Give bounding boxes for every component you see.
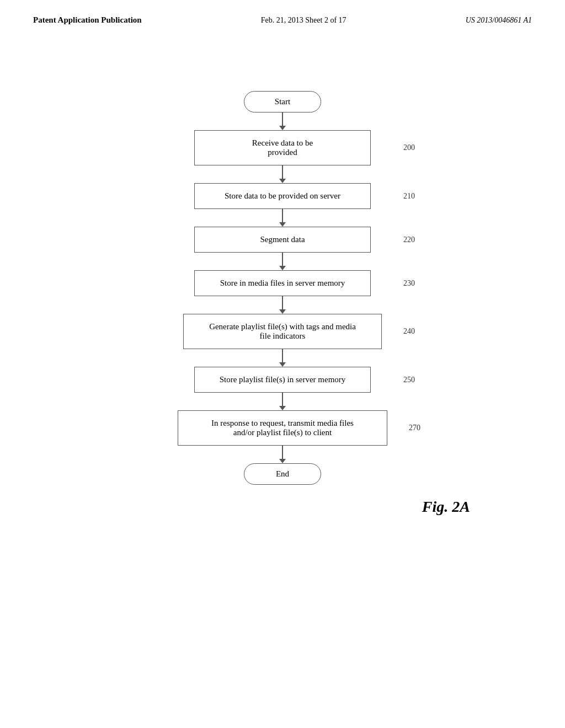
arrow-head-1	[279, 126, 286, 130]
node-230: Store in media files in server memory	[194, 270, 371, 296]
arrow-line-1	[282, 113, 283, 126]
arrow-head-4	[279, 266, 286, 270]
arrow-line-4	[282, 253, 283, 266]
node-250-wrapper: Store playlist file(s) in server memory …	[194, 367, 371, 393]
header-center: Feb. 21, 2013 Sheet 2 of 17	[261, 16, 347, 25]
arrow-line-5	[282, 296, 283, 309]
step-210-label: 210	[403, 192, 415, 201]
arrow-3	[279, 209, 286, 227]
arrow-line-6	[282, 349, 283, 362]
end-node-wrapper: End	[244, 463, 321, 485]
arrow-head-7	[279, 406, 286, 410]
node-200-wrapper: Receive data to beprovided 200	[194, 130, 371, 165]
node-270-wrapper: In response to request, transmit media f…	[178, 410, 387, 446]
node-200: Receive data to beprovided	[194, 130, 371, 165]
step-270-label: 270	[409, 424, 420, 432]
arrow-head-2	[279, 179, 286, 183]
figure-label: Fig. 2A	[422, 498, 470, 516]
end-node: End	[244, 463, 321, 485]
step-250-label: 250	[403, 376, 415, 384]
step-240-label: 240	[403, 327, 415, 336]
arrow-4	[279, 253, 286, 270]
arrow-head-8	[279, 459, 286, 463]
flowchart: Start Receive data to beprovided 200 Sto…	[117, 91, 448, 516]
arrow-1	[279, 113, 286, 130]
node-250: Store playlist file(s) in server memory	[194, 367, 371, 393]
header-left: Patent Application Publication	[33, 15, 142, 25]
arrow-head-6	[279, 362, 286, 367]
arrow-2	[279, 165, 286, 183]
arrow-line-2	[282, 165, 283, 179]
start-node-wrapper: Start	[244, 91, 321, 113]
arrow-line-3	[282, 209, 283, 222]
page-header: Patent Application Publication Feb. 21, …	[0, 0, 565, 25]
node-240-wrapper: Generate playlist file(s) with tags and …	[183, 314, 382, 349]
arrow-6	[279, 349, 286, 367]
node-270: In response to request, transmit media f…	[178, 410, 387, 446]
arrow-line-8	[282, 446, 283, 459]
node-210-wrapper: Store data to be provided on server 210	[194, 183, 371, 209]
start-node: Start	[244, 91, 321, 113]
node-230-wrapper: Store in media files in server memory 23…	[194, 270, 371, 296]
arrow-line-7	[282, 393, 283, 406]
node-220: Segment data	[194, 227, 371, 253]
arrow-head-5	[279, 309, 286, 314]
arrow-head-3	[279, 222, 286, 227]
diagram-container: Start Receive data to beprovided 200 Sto…	[0, 25, 565, 516]
step-230-label: 230	[403, 279, 415, 288]
arrow-8	[279, 446, 286, 463]
header-right: US 2013/0046861 A1	[466, 16, 532, 25]
node-220-wrapper: Segment data 220	[194, 227, 371, 253]
arrow-7	[279, 393, 286, 410]
arrow-5	[279, 296, 286, 314]
step-220-label: 220	[403, 235, 415, 244]
step-200-label: 200	[403, 143, 415, 152]
node-240: Generate playlist file(s) with tags and …	[183, 314, 382, 349]
node-210: Store data to be provided on server	[194, 183, 371, 209]
